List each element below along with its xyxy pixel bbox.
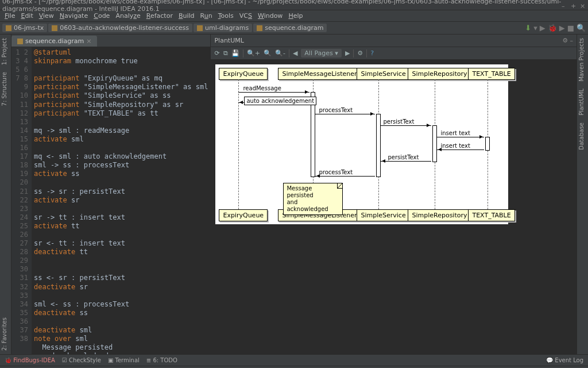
build-icon[interactable]: ⬇: [525, 24, 531, 32]
participant-box: SimpleMessageListener: [278, 68, 361, 80]
crumb-folder1[interactable]: 0603-auto-acknowledge-listener-success: [48, 24, 192, 32]
eventlog-tab[interactable]: 💬 Event Log: [546, 357, 583, 363]
status-bar: ▣ Frameworks detected: Spring framework …: [0, 366, 588, 368]
menu-help[interactable]: Help: [286, 12, 305, 20]
close-icon[interactable]: ×: [580, 2, 586, 8]
plantuml-toolbar: ⟳ ⧉ 💾 🔍+ 🔍 🔍- ◀ All Pages ▾ ▶ ⚙ ?: [211, 47, 577, 60]
page-selector[interactable]: All Pages ▾: [301, 49, 342, 57]
refresh-icon[interactable]: ⟳: [214, 49, 219, 57]
menu-analyze[interactable]: Analyze: [113, 12, 142, 20]
minimize-panel-icon[interactable]: –: [570, 37, 574, 44]
menu-view[interactable]: View: [37, 12, 56, 20]
crumb-project[interactable]: 06-jms-tx: [2, 24, 47, 32]
menu-tools[interactable]: Tools: [216, 12, 236, 20]
tab-close-icon[interactable]: ×: [86, 37, 91, 45]
run-icon[interactable]: ▶: [540, 24, 546, 32]
editor-tabs: sequence.diagram ×: [11, 34, 210, 47]
editor-tab-active[interactable]: sequence.diagram ×: [11, 36, 97, 47]
menu-navigate[interactable]: Navigate: [57, 12, 90, 20]
menu-window[interactable]: Window: [256, 12, 285, 20]
coverage-icon[interactable]: ▶: [559, 24, 565, 32]
zoom-reset-icon[interactable]: 🔍: [264, 49, 272, 57]
participant-box: ExpiryQueue: [219, 68, 268, 80]
toolwindow-favorites[interactable]: 2: Favorites: [0, 314, 11, 354]
diagram-note: Message persistedand acknowledged: [283, 183, 343, 215]
menu-refactor[interactable]: Refactor: [144, 12, 175, 20]
participant-box: SimpleRepository: [408, 68, 471, 80]
crumb-folder2[interactable]: uml-diagrams: [194, 24, 252, 32]
folder-icon: [52, 25, 57, 31]
help-icon[interactable]: ?: [370, 49, 374, 57]
module-icon: [6, 25, 11, 31]
search-icon[interactable]: 🔍: [577, 24, 586, 32]
run-toolbar: ⬇ ▾ ▶ 🐞 ▶ ■ 🔍: [525, 24, 586, 32]
participant-box: ExpiryQueue: [219, 209, 268, 221]
debug-icon[interactable]: 🐞: [548, 24, 557, 32]
configs-dropdown-icon[interactable]: ▾: [533, 24, 537, 32]
window-titlebar: 06-jms-tx - [~/prg/projects/book/eiws/co…: [0, 0, 588, 10]
menu-vcs[interactable]: VCS: [237, 12, 254, 20]
minimize-icon[interactable]: –: [562, 2, 567, 8]
code-editor[interactable]: 1 2 3 4 5 6 7 8 9 10 11 12 13 14 15 16 1…: [11, 47, 210, 354]
toolwindow-database[interactable]: Database: [577, 119, 588, 154]
maximize-icon[interactable]: +: [571, 2, 577, 8]
participant-box: TEXT_TABLE: [468, 209, 514, 221]
prev-page-icon[interactable]: ◀: [293, 49, 297, 57]
crumb-file[interactable]: sequence.diagram: [253, 24, 327, 32]
toolwindow-plantuml[interactable]: PlantUML: [577, 85, 588, 119]
gear-icon[interactable]: ⚙: [562, 37, 568, 44]
menu-file[interactable]: File: [2, 12, 17, 20]
uml-diagram: ExpiryQueue SimpleMessageListener Simple…: [215, 64, 508, 224]
file-icon: [17, 39, 23, 44]
copy-icon[interactable]: ⧉: [223, 49, 228, 57]
findbugs-tab[interactable]: 🐞 FindBugs-IDEA: [5, 357, 55, 363]
zoom-in-icon[interactable]: 🔍+: [247, 49, 260, 57]
file-icon: [257, 25, 262, 31]
toolwindow-maven[interactable]: Maven Projects: [577, 34, 588, 85]
menu-run[interactable]: Run: [198, 12, 215, 20]
participant-box: SimpleService: [357, 209, 409, 221]
next-page-icon[interactable]: ▶: [345, 49, 350, 57]
menu-build[interactable]: Build: [176, 12, 197, 20]
settings-icon[interactable]: ⚙: [357, 49, 363, 57]
participant-box: TEXT_TABLE: [468, 68, 514, 80]
bottom-toolbar: 🐞 FindBugs-IDEA ☑ CheckStyle ▣ Terminal …: [0, 354, 588, 366]
folder-icon: [197, 25, 203, 31]
navigation-bar: 06-jms-tx 0603-auto-acknowledge-listener…: [0, 22, 588, 34]
save-icon[interactable]: 💾: [231, 49, 239, 57]
stop-icon[interactable]: ■: [567, 24, 574, 32]
terminal-tab[interactable]: ▣ Terminal: [108, 357, 140, 363]
checkstyle-tab[interactable]: ☑ CheckStyle: [62, 357, 101, 363]
plantuml-tab[interactable]: PlantUML: [214, 37, 243, 44]
toolwindow-structure[interactable]: 7: Structure: [0, 68, 9, 109]
menu-code[interactable]: Code: [91, 12, 112, 20]
todo-tab[interactable]: ≣ 6: TODO: [146, 357, 177, 363]
participant-box: SimpleService: [357, 68, 409, 80]
zoom-out-icon[interactable]: 🔍-: [275, 49, 285, 57]
menu-edit[interactable]: Edit: [18, 12, 35, 20]
window-title: 06-jms-tx - [~/prg/projects/book/eiws/co…: [2, 0, 562, 13]
toolwindow-project[interactable]: 1: Project: [0, 34, 9, 68]
participant-box: SimpleRepository: [408, 209, 471, 221]
